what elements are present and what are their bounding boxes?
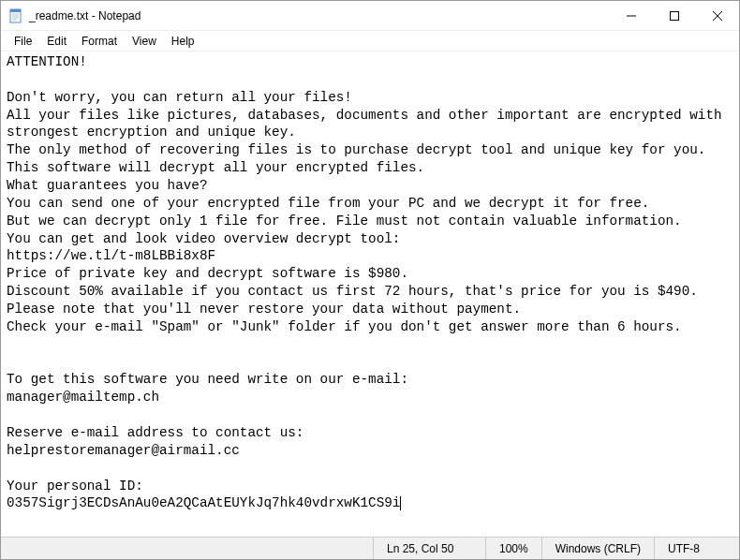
close-button[interactable]: [696, 1, 739, 30]
minimize-icon: [627, 11, 636, 21]
menu-help[interactable]: Help: [164, 33, 202, 50]
notepad-icon: [8, 8, 23, 23]
maximize-icon: [670, 11, 679, 21]
menu-file[interactable]: File: [7, 33, 39, 50]
status-encoding: UTF-8: [655, 538, 739, 559]
menubar: File Edit Format View Help: [1, 31, 739, 52]
text-editor[interactable]: ATTENTION! Don't worry, you can return a…: [1, 52, 739, 537]
text-caret: [400, 496, 401, 510]
window-title: _readme.txt - Notepad: [29, 9, 610, 22]
maximize-button[interactable]: [653, 1, 696, 30]
status-zoom: 100%: [486, 538, 542, 559]
menu-edit[interactable]: Edit: [39, 33, 74, 50]
status-position: Ln 25, Col 50: [374, 538, 486, 559]
status-spacer: [1, 538, 374, 559]
close-icon: [713, 11, 722, 21]
svg-rect-7: [671, 11, 679, 20]
notepad-window: _readme.txt - Notepad File Edit Format V…: [0, 0, 740, 560]
minimize-button[interactable]: [610, 1, 653, 30]
svg-rect-1: [10, 9, 21, 12]
menu-view[interactable]: View: [125, 33, 164, 50]
menu-format[interactable]: Format: [74, 33, 125, 50]
status-lineending: Windows (CRLF): [542, 538, 655, 559]
editor-content: ATTENTION! Don't worry, you can return a…: [7, 54, 730, 510]
titlebar: _readme.txt - Notepad: [1, 1, 739, 31]
window-controls: [610, 1, 739, 30]
statusbar: Ln 25, Col 50 100% Windows (CRLF) UTF-8: [1, 537, 739, 559]
